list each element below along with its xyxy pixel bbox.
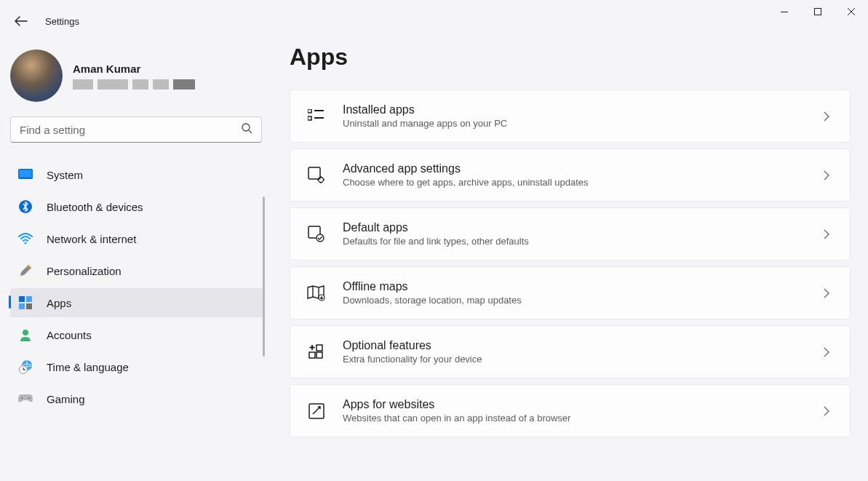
sidebar-item-label: System	[47, 169, 83, 181]
search-input[interactable]	[20, 124, 241, 136]
sidebar-item-apps[interactable]: Apps	[10, 288, 265, 317]
minimize-button[interactable]	[768, 0, 801, 23]
advanced-settings-icon	[306, 165, 327, 186]
offline-maps-icon	[306, 283, 327, 303]
chevron-right-icon	[824, 347, 834, 357]
card-installed-apps[interactable]: Installed apps Uninstall and manage apps…	[290, 90, 851, 143]
avatar	[10, 49, 63, 102]
svg-rect-7	[19, 296, 25, 302]
window-title: Settings	[45, 16, 79, 27]
card-title: Optional features	[343, 339, 824, 352]
svg-rect-0	[781, 12, 788, 12]
wifi-icon	[17, 231, 33, 247]
clock-globe-icon	[17, 359, 33, 375]
svg-point-6	[25, 242, 27, 245]
sidebar-item-system[interactable]: System	[10, 160, 265, 189]
sidebar-item-label: Apps	[47, 297, 71, 309]
card-apps-for-websites[interactable]: Apps for websites Websites that can open…	[290, 384, 851, 437]
svg-rect-8	[26, 296, 32, 302]
bluetooth-icon	[17, 199, 33, 215]
sidebar-item-label: Gaming	[47, 393, 85, 405]
card-subtitle: Downloads, storage location, map updates	[343, 295, 824, 306]
card-title: Apps for websites	[343, 398, 824, 411]
header: Settings	[12, 13, 79, 29]
sidebar: Aman Kumar System	[0, 38, 269, 481]
card-title: Advanced app settings	[343, 162, 824, 175]
user-profile[interactable]: Aman Kumar	[10, 48, 269, 116]
maximize-button[interactable]	[801, 0, 835, 23]
chevron-right-icon	[824, 229, 834, 239]
svg-rect-10	[26, 303, 32, 309]
svg-point-2	[242, 124, 250, 131]
gamepad-icon	[17, 391, 33, 407]
sidebar-item-label: Personalization	[47, 265, 122, 277]
svg-point-19	[319, 177, 324, 182]
installed-apps-icon	[306, 106, 327, 127]
window-controls	[768, 0, 868, 23]
chevron-right-icon	[824, 288, 834, 298]
card-subtitle: Uninstall and manage apps on your PC	[343, 118, 824, 129]
svg-rect-1	[815, 9, 821, 15]
back-button[interactable]	[12, 13, 31, 29]
card-subtitle: Choose where to get apps, archive apps, …	[343, 177, 824, 188]
default-apps-icon	[306, 224, 327, 245]
card-default-apps[interactable]: Default apps Defaults for file and link …	[290, 207, 851, 261]
accounts-icon	[17, 327, 33, 343]
svg-point-14	[21, 397, 23, 399]
optional-features-icon	[306, 342, 327, 362]
search-icon	[241, 122, 252, 137]
nav-list: System Bluetooth & devices Network & int…	[10, 160, 269, 413]
sidebar-item-label: Accounts	[47, 329, 92, 341]
chevron-right-icon	[824, 406, 834, 416]
card-title: Offline maps	[343, 280, 824, 293]
svg-point-11	[23, 330, 28, 335]
card-title: Installed apps	[343, 103, 824, 116]
apps-icon	[17, 295, 33, 311]
svg-rect-23	[309, 352, 315, 358]
sidebar-item-bluetooth[interactable]: Bluetooth & devices	[10, 192, 265, 221]
search-box[interactable]	[10, 116, 262, 143]
sidebar-item-accounts[interactable]: Accounts	[10, 320, 265, 349]
system-icon	[17, 167, 33, 183]
user-email-redacted	[73, 79, 269, 90]
main-content: Apps Installed apps Uninstall and manage…	[290, 44, 851, 481]
svg-point-21	[316, 234, 324, 242]
user-name: Aman Kumar	[73, 63, 269, 75]
svg-rect-4	[20, 170, 32, 178]
sidebar-item-personalization[interactable]: Personalization	[10, 256, 265, 285]
sidebar-item-network[interactable]: Network & internet	[10, 224, 265, 253]
sidebar-item-time[interactable]: Time & language	[10, 352, 265, 381]
svg-rect-25	[316, 345, 322, 351]
chevron-right-icon	[824, 111, 834, 122]
card-advanced-app-settings[interactable]: Advanced app settings Choose where to ge…	[290, 148, 851, 202]
svg-rect-24	[316, 352, 322, 358]
close-button[interactable]	[835, 0, 868, 23]
scrollbar[interactable]	[263, 196, 265, 357]
card-subtitle: Websites that can open in an app instead…	[343, 413, 824, 424]
chevron-right-icon	[824, 170, 834, 180]
svg-point-15	[28, 397, 30, 399]
card-offline-maps[interactable]: Offline maps Downloads, storage location…	[290, 266, 851, 319]
sidebar-item-label: Bluetooth & devices	[47, 201, 143, 213]
card-title: Default apps	[343, 221, 824, 234]
svg-rect-18	[308, 167, 320, 179]
svg-rect-9	[19, 303, 25, 309]
svg-rect-16	[308, 109, 311, 113]
page-title: Apps	[290, 44, 851, 71]
sidebar-item-label: Network & internet	[47, 233, 136, 245]
sidebar-item-label: Time & language	[47, 361, 129, 373]
paintbrush-icon	[17, 263, 33, 279]
svg-rect-17	[308, 116, 311, 120]
apps-for-websites-icon	[306, 401, 327, 421]
card-subtitle: Defaults for file and link types, other …	[343, 236, 824, 247]
sidebar-item-gaming[interactable]: Gaming	[10, 384, 265, 413]
card-optional-features[interactable]: Optional features Extra functionality fo…	[290, 325, 851, 378]
card-subtitle: Extra functionality for your device	[343, 354, 824, 365]
